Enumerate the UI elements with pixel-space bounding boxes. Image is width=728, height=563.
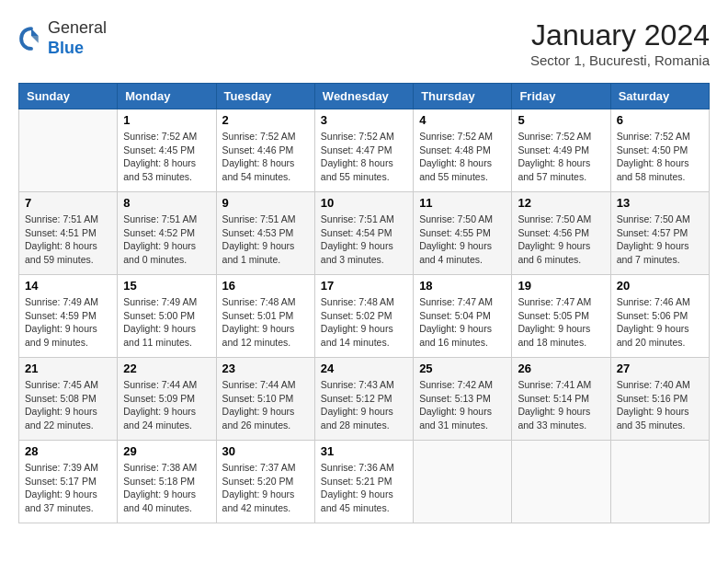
day-number: 22 <box>123 362 210 375</box>
calendar-cell <box>610 441 709 523</box>
calendar-cell: 24Sunrise: 7:43 AMSunset: 5:12 PMDayligh… <box>314 358 413 441</box>
logo-text: General Blue <box>48 18 107 58</box>
day-number: 19 <box>518 279 604 293</box>
day-info: Sunrise: 7:52 AMSunset: 4:47 PMDaylight:… <box>321 130 407 184</box>
calendar-cell: 20Sunrise: 7:46 AMSunset: 5:06 PMDayligh… <box>610 275 709 358</box>
day-number: 14 <box>25 279 111 293</box>
page-header: General Blue January 2024 Sector 1, Bucu… <box>18 18 710 68</box>
day-info: Sunrise: 7:40 AMSunset: 5:16 PMDaylight:… <box>617 378 703 432</box>
day-info: Sunrise: 7:38 AMSunset: 5:18 PMDaylight:… <box>123 461 210 515</box>
calendar-table: SundayMondayTuesdayWednesdayThursdayFrid… <box>18 83 710 523</box>
calendar-cell: 31Sunrise: 7:36 AMSunset: 5:21 PMDayligh… <box>314 441 413 523</box>
logo-blue-text: Blue <box>48 39 84 57</box>
week-row-2: 7Sunrise: 7:51 AMSunset: 4:51 PMDaylight… <box>19 192 710 275</box>
day-info: Sunrise: 7:42 AMSunset: 5:13 PMDaylight:… <box>419 378 506 432</box>
day-info: Sunrise: 7:52 AMSunset: 4:50 PMDaylight:… <box>617 130 703 184</box>
day-info: Sunrise: 7:43 AMSunset: 5:12 PMDaylight:… <box>321 378 407 432</box>
day-number: 25 <box>419 362 506 375</box>
calendar-cell: 13Sunrise: 7:50 AMSunset: 4:57 PMDayligh… <box>610 192 709 275</box>
day-info: Sunrise: 7:49 AMSunset: 5:00 PMDaylight:… <box>123 295 210 350</box>
day-info: Sunrise: 7:51 AMSunset: 4:53 PMDaylight:… <box>222 213 309 267</box>
logo-icon <box>18 26 44 52</box>
calendar-cell: 8Sunrise: 7:51 AMSunset: 4:52 PMDaylight… <box>118 192 216 275</box>
calendar-cell: 27Sunrise: 7:40 AMSunset: 5:16 PMDayligh… <box>610 358 709 441</box>
header-thursday: Thursday <box>414 84 512 109</box>
header-tuesday: Tuesday <box>216 84 314 109</box>
header-saturday: Saturday <box>610 84 709 109</box>
day-info: Sunrise: 7:37 AMSunset: 5:20 PMDaylight:… <box>222 461 309 515</box>
calendar-cell: 23Sunrise: 7:44 AMSunset: 5:10 PMDayligh… <box>216 358 314 441</box>
day-info: Sunrise: 7:46 AMSunset: 5:06 PMDaylight:… <box>617 295 703 350</box>
week-row-4: 21Sunrise: 7:45 AMSunset: 5:08 PMDayligh… <box>19 358 710 441</box>
day-number: 6 <box>617 113 703 127</box>
day-number: 3 <box>321 113 407 127</box>
day-number: 16 <box>222 279 309 293</box>
calendar-cell: 4Sunrise: 7:52 AMSunset: 4:48 PMDaylight… <box>414 109 512 192</box>
day-info: Sunrise: 7:51 AMSunset: 4:52 PMDaylight:… <box>123 213 210 267</box>
day-info: Sunrise: 7:50 AMSunset: 4:57 PMDaylight:… <box>617 213 703 267</box>
logo-general-text: General <box>48 18 107 37</box>
day-number: 28 <box>25 444 111 458</box>
calendar-cell: 5Sunrise: 7:52 AMSunset: 4:49 PMDaylight… <box>512 109 610 192</box>
day-info: Sunrise: 7:50 AMSunset: 4:55 PMDaylight:… <box>419 213 506 267</box>
calendar-cell: 9Sunrise: 7:51 AMSunset: 4:53 PMDaylight… <box>216 192 314 275</box>
day-number: 8 <box>123 196 210 210</box>
calendar-cell: 1Sunrise: 7:52 AMSunset: 4:45 PMDaylight… <box>118 109 216 192</box>
calendar-cell: 22Sunrise: 7:44 AMSunset: 5:09 PMDayligh… <box>118 358 216 441</box>
day-info: Sunrise: 7:52 AMSunset: 4:46 PMDaylight:… <box>222 130 309 184</box>
calendar-cell: 12Sunrise: 7:50 AMSunset: 4:56 PMDayligh… <box>512 192 610 275</box>
header-wednesday: Wednesday <box>314 84 413 109</box>
calendar-cell: 30Sunrise: 7:37 AMSunset: 5:20 PMDayligh… <box>216 441 314 523</box>
day-number: 21 <box>25 362 111 375</box>
calendar-cell: 7Sunrise: 7:51 AMSunset: 4:51 PMDaylight… <box>19 192 118 275</box>
day-info: Sunrise: 7:52 AMSunset: 4:45 PMDaylight:… <box>123 130 210 184</box>
calendar-cell: 18Sunrise: 7:47 AMSunset: 5:04 PMDayligh… <box>414 275 512 358</box>
day-number: 31 <box>321 444 407 458</box>
calendar-cell: 28Sunrise: 7:39 AMSunset: 5:17 PMDayligh… <box>19 441 118 523</box>
calendar-cell: 10Sunrise: 7:51 AMSunset: 4:54 PMDayligh… <box>314 192 413 275</box>
day-info: Sunrise: 7:48 AMSunset: 5:01 PMDaylight:… <box>222 295 309 350</box>
calendar-cell: 25Sunrise: 7:42 AMSunset: 5:13 PMDayligh… <box>414 358 512 441</box>
day-info: Sunrise: 7:47 AMSunset: 5:04 PMDaylight:… <box>419 295 506 350</box>
day-number: 2 <box>222 113 309 127</box>
day-number: 20 <box>617 279 703 293</box>
calendar-cell: 26Sunrise: 7:41 AMSunset: 5:14 PMDayligh… <box>512 358 610 441</box>
day-number: 5 <box>518 113 604 127</box>
calendar-cell: 14Sunrise: 7:49 AMSunset: 4:59 PMDayligh… <box>19 275 118 358</box>
day-info: Sunrise: 7:44 AMSunset: 5:10 PMDaylight:… <box>222 378 309 432</box>
month-year-title: January 2024 <box>530 18 710 52</box>
location-subtitle: Sector 1, Bucuresti, Romania <box>530 52 710 68</box>
calendar-cell: 17Sunrise: 7:48 AMSunset: 5:02 PMDayligh… <box>314 275 413 358</box>
calendar-cell: 2Sunrise: 7:52 AMSunset: 4:46 PMDaylight… <box>216 109 314 192</box>
day-info: Sunrise: 7:44 AMSunset: 5:09 PMDaylight:… <box>123 378 210 432</box>
header-monday: Monday <box>118 84 216 109</box>
header-sunday: Sunday <box>19 84 118 109</box>
calendar-cell: 3Sunrise: 7:52 AMSunset: 4:47 PMDaylight… <box>314 109 413 192</box>
day-info: Sunrise: 7:41 AMSunset: 5:14 PMDaylight:… <box>518 378 604 432</box>
calendar-cell <box>512 441 610 523</box>
day-number: 9 <box>222 196 309 210</box>
calendar-cell: 19Sunrise: 7:47 AMSunset: 5:05 PMDayligh… <box>512 275 610 358</box>
calendar-cell: 29Sunrise: 7:38 AMSunset: 5:18 PMDayligh… <box>118 441 216 523</box>
day-number: 1 <box>123 113 210 127</box>
day-info: Sunrise: 7:39 AMSunset: 5:17 PMDaylight:… <box>25 461 111 515</box>
day-number: 11 <box>419 196 506 210</box>
calendar-cell <box>19 109 118 192</box>
day-number: 29 <box>123 444 210 458</box>
day-info: Sunrise: 7:48 AMSunset: 5:02 PMDaylight:… <box>321 295 407 350</box>
day-number: 30 <box>222 444 309 458</box>
day-number: 15 <box>123 279 210 293</box>
day-number: 24 <box>321 362 407 375</box>
day-info: Sunrise: 7:50 AMSunset: 4:56 PMDaylight:… <box>518 213 604 267</box>
day-number: 23 <box>222 362 309 375</box>
day-number: 7 <box>25 196 111 210</box>
day-number: 27 <box>617 362 703 375</box>
day-number: 13 <box>617 196 703 210</box>
calendar-header-row: SundayMondayTuesdayWednesdayThursdayFrid… <box>19 84 710 109</box>
day-number: 18 <box>419 279 506 293</box>
day-info: Sunrise: 7:52 AMSunset: 4:49 PMDaylight:… <box>518 130 604 184</box>
title-block: January 2024 Sector 1, Bucuresti, Romani… <box>530 18 710 68</box>
day-info: Sunrise: 7:51 AMSunset: 4:54 PMDaylight:… <box>321 213 407 267</box>
calendar-cell: 15Sunrise: 7:49 AMSunset: 5:00 PMDayligh… <box>118 275 216 358</box>
day-info: Sunrise: 7:51 AMSunset: 4:51 PMDaylight:… <box>25 213 111 267</box>
